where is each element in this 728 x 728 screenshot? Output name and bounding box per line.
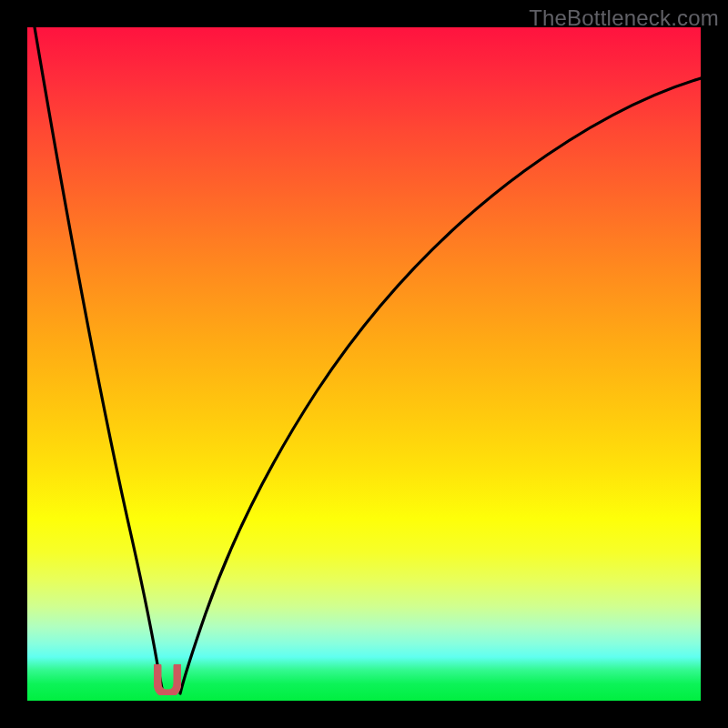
optimal-marker-icon <box>154 664 181 695</box>
bottleneck-curve <box>27 27 701 701</box>
watermark-text: TheBottleneck.com <box>529 5 719 31</box>
plot-area <box>27 27 701 701</box>
curve-left-branch <box>35 27 163 693</box>
figure-frame: TheBottleneck.com <box>0 0 728 728</box>
curve-right-branch <box>180 78 701 693</box>
